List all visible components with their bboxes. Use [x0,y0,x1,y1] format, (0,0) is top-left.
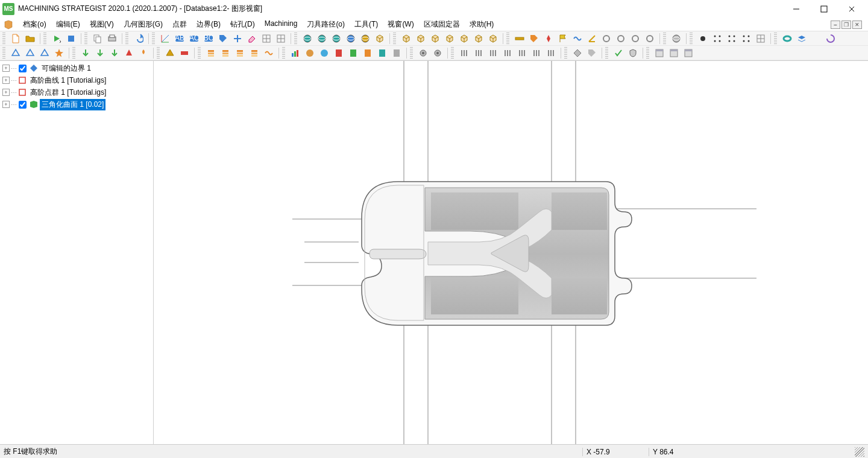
toolbar-wave-button[interactable] [571,33,584,45]
menu-item-11[interactable]: 区域固定器 [419,18,465,31]
toolbar-flame-button[interactable] [137,47,150,59]
toolbar-gear1-button[interactable] [417,47,430,59]
toolbar-dots-grid-button[interactable] [740,33,753,45]
toolbar-bars5-button[interactable] [515,47,529,59]
toolbar-grip[interactable] [84,33,87,45]
toolbar-torus-button[interactable] [781,33,794,45]
toolbar-circle2-button[interactable] [614,33,627,45]
toolbar-grip[interactable] [506,33,509,45]
toolbar-pyramid-button[interactable] [163,47,177,59]
toolbar-arrow-down2-button[interactable] [93,47,107,59]
toolbar-col-orange-button[interactable] [361,47,374,59]
mdi-restore-button[interactable]: ❐ [841,21,851,29]
toolbar-circ-a-button[interactable] [303,47,316,59]
toolbar-check-button[interactable] [612,47,625,59]
menu-item-10[interactable]: 视窗(W) [383,18,418,31]
toolbar-bars2-button[interactable] [472,47,485,59]
toolbar-col-red-button[interactable] [332,47,345,59]
menu-item-8[interactable]: 刀具路径(o) [302,18,350,31]
tree-item-label[interactable]: 三角化曲面 1 [0.02] [40,99,105,110]
toolbar-cube6-button[interactable] [472,33,485,45]
toolbar-col-green-button[interactable] [347,47,360,59]
minimize-button[interactable] [782,0,810,18]
toolbar-grip[interactable] [393,33,396,45]
menu-item-1[interactable]: 编辑(E) [51,18,85,31]
tree-expander-icon[interactable]: + [2,77,10,84]
toolbar-axis-button[interactable] [159,33,172,45]
menu-item-12[interactable]: 求助(H) [465,18,499,31]
toolbar-arrow-down3-button[interactable] [108,47,121,59]
toolbar-ruler-button[interactable] [513,33,526,45]
menu-item-5[interactable]: 边界(B) [192,18,225,31]
tree-item-3[interactable]: +⋯三角化曲面 1 [0.02] [0,98,153,110]
mdi-close-button[interactable]: ✕ [852,21,862,29]
toolbar-bars7-button[interactable] [544,47,558,59]
tree-expander-icon[interactable]: + [2,89,10,96]
toolbar-globe-blue-button[interactable] [344,33,357,45]
toolbar-print-button[interactable] [105,33,119,45]
toolbar-grip[interactable] [774,33,777,45]
toolbar-cube7-button[interactable] [486,33,500,45]
tree-checkbox[interactable] [19,65,27,72]
toolbar-grid-small-button[interactable] [260,33,273,45]
toolbar-diamond-gray-button[interactable] [571,47,584,59]
toolbar-cube-net-button[interactable] [373,33,386,45]
toolbar-tag-blue-button[interactable] [216,33,230,45]
toolbar-stack-orange-button[interactable] [248,47,261,59]
toolbar-open-file-button[interactable] [24,33,37,45]
toolbar-grid-large-button[interactable] [274,33,288,45]
maximize-button[interactable] [810,0,838,18]
tree-expander-icon[interactable]: + [2,65,10,72]
toolbar-cube1-button[interactable] [400,33,413,45]
menu-item-4[interactable]: 点群 [168,18,192,31]
toolbar-angle-button[interactable] [585,33,599,45]
toolbar-undo-button[interactable] [132,33,145,45]
toolbar-grip[interactable] [157,47,160,59]
toolbar-wave-orange-button[interactable] [262,47,275,59]
toolbar-grip[interactable] [152,33,155,45]
toolbar-circle3-button[interactable] [629,33,642,45]
toolbar-arrow-down1-button[interactable] [79,47,92,59]
toolbar-circle1-button[interactable] [600,33,613,45]
toolbar-cube4-button[interactable] [443,33,456,45]
toolbar-grid-dots-button[interactable] [754,33,767,45]
toolbar-flag-yellow-button[interactable] [556,33,570,45]
tree-item-0[interactable]: +⋯可编辑的边界 1 [0,62,153,74]
resize-grip-icon[interactable] [855,447,864,457]
toolbar-grip[interactable] [663,33,666,45]
toolbar-grip[interactable] [198,47,201,59]
toolbar-grip[interactable] [43,33,46,45]
toolbar-grip[interactable] [294,33,297,45]
toolbar-cube2-button[interactable] [414,33,427,45]
toolbar-pin-button[interactable] [542,33,555,45]
menu-item-9[interactable]: 工具(T) [350,18,383,31]
toolbar-panel2-button[interactable] [667,47,681,59]
toolbar-bars6-button[interactable] [530,47,543,59]
toolbar-label-ac-button[interactable]: AC [187,33,201,45]
viewport-3d[interactable] [154,61,868,444]
toolbar-layer1-button[interactable] [204,47,218,59]
toolbar-circle4-button[interactable] [643,33,656,45]
toolbar-grip[interactable] [72,47,75,59]
menu-item-7[interactable]: Machining [260,18,303,31]
tree-item-2[interactable]: +⋯高阶点群 1 [Tutorial.igs] [0,86,153,98]
toolbar-panel1-button[interactable] [653,47,666,59]
tree-checkbox[interactable] [19,101,27,109]
toolbar-stop-button[interactable] [64,33,78,45]
tree-item-label[interactable]: 高阶点群 1 [Tutorial.igs] [28,87,108,98]
toolbar-grip[interactable] [282,47,285,59]
toolbar-tag-gray-button[interactable] [585,47,599,59]
toolbar-col-gray-button[interactable] [390,47,403,59]
toolbar-label-ab-button[interactable]: AB [173,33,186,45]
toolbar-brick-red-button[interactable] [178,47,191,59]
menu-item-6[interactable]: 钻孔(D) [225,18,260,31]
toolbar-copy-button[interactable] [91,33,104,45]
tree-item-1[interactable]: +⋯高阶曲线 1 [Tutorial.igs] [0,74,153,86]
toolbar-dots-square-button[interactable] [725,33,738,45]
toolbar-run-dropdown-button[interactable] [50,33,63,45]
toolbar-grip[interactable] [410,47,413,59]
toolbar-globe-gold-button[interactable] [359,33,372,45]
toolbar-shield-button[interactable] [626,47,640,59]
menu-item-0[interactable]: 档案(o) [18,18,51,31]
toolbar-dots-h-button[interactable] [711,33,724,45]
